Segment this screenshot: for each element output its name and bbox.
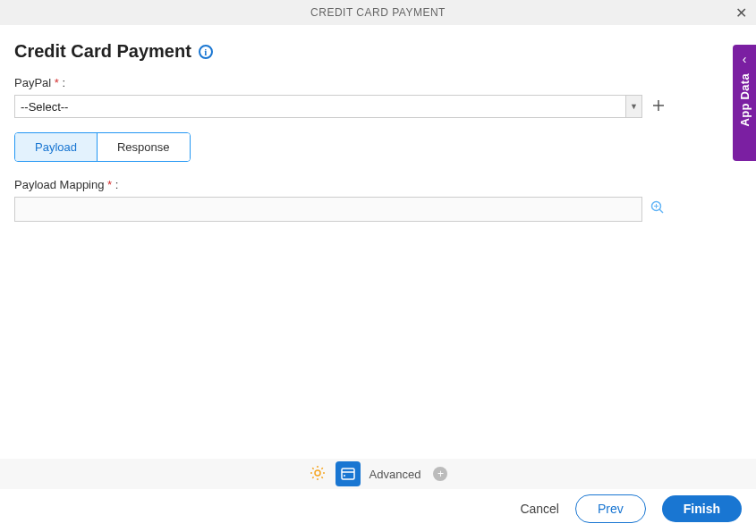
chevron-down-icon: ▼: [625, 96, 641, 117]
svg-rect-2: [342, 469, 354, 479]
app-data-label: App Data: [738, 73, 752, 126]
payload-mapping-input[interactable]: [14, 197, 642, 222]
app-data-panel-handle[interactable]: ‹ App Data: [733, 45, 756, 161]
add-paypal-button[interactable]: [651, 97, 666, 115]
magnify-icon[interactable]: [650, 199, 666, 219]
page-title-row: Credit Card Payment i: [14, 41, 742, 62]
svg-point-3: [344, 475, 345, 477]
finish-button[interactable]: Finish: [662, 495, 742, 522]
dialog-title: CREDIT CARD PAYMENT: [310, 6, 446, 19]
paypal-label: PayPal * :: [14, 76, 742, 89]
page-title: Credit Card Payment: [14, 41, 191, 62]
advanced-add-icon[interactable]: +: [433, 467, 447, 481]
prev-button[interactable]: Prev: [575, 494, 646, 523]
footer-toolbar: Advanced +: [0, 459, 756, 489]
gear-icon[interactable]: [309, 464, 327, 485]
close-icon[interactable]: ✕: [735, 4, 748, 21]
info-icon[interactable]: i: [199, 45, 213, 59]
chevron-left-icon: ‹: [743, 52, 747, 66]
select-value: --Select--: [21, 100, 68, 114]
content-area: Credit Card Payment i PayPal * : --Selec…: [0, 25, 756, 222]
payload-mapping-row: [14, 197, 742, 222]
tabs: Payload Response: [14, 132, 191, 162]
paypal-select-row: --Select-- ▼: [14, 95, 742, 118]
dialog-header: CREDIT CARD PAYMENT ✕: [0, 0, 756, 25]
footer-buttons: Cancel Prev Finish: [520, 494, 742, 523]
cancel-button[interactable]: Cancel: [520, 502, 559, 516]
paypal-select[interactable]: --Select-- ▼: [14, 95, 642, 118]
tab-payload[interactable]: Payload: [15, 133, 97, 161]
tab-response[interactable]: Response: [97, 133, 190, 161]
payload-mapping-label: Payload Mapping * :: [14, 178, 742, 191]
svg-point-1: [315, 470, 320, 476]
form-icon[interactable]: [336, 461, 361, 486]
advanced-label: Advanced: [370, 468, 421, 481]
